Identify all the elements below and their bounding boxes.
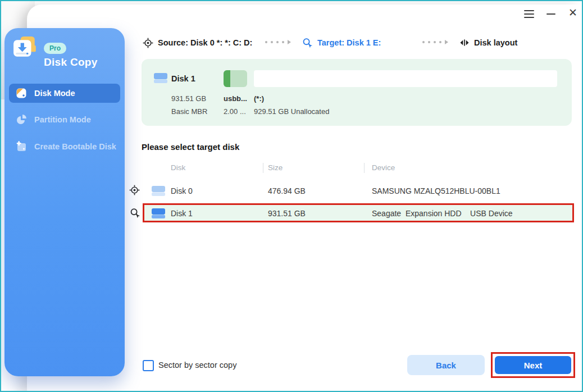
app-title: Disk Copy: [44, 56, 98, 69]
cell-disk-size: 931.51 GB: [268, 209, 306, 218]
column-divider: [364, 163, 365, 173]
partition-size: 929.51 GB Unallocated: [254, 107, 329, 116]
disk-mode-icon: [16, 88, 27, 99]
target-marker-icon: [130, 208, 140, 218]
column-divider: [263, 163, 263, 173]
sector-by-sector-label: Sector by sector copy: [158, 361, 236, 370]
step-source-label: Source: Disk 0 *: *: C: D:: [158, 38, 252, 47]
sidebar-item-partition-mode[interactable]: Partition Mode: [9, 110, 120, 129]
disk-copy-logo-icon: [12, 35, 38, 61]
back-button[interactable]: Back: [407, 355, 485, 375]
app-logo: Pro Disk Copy: [12, 35, 98, 69]
sidebar-item-disk-mode[interactable]: Disk Mode: [9, 84, 120, 103]
target-disk-preview-panel: Disk 1 931.51 GB Basic MBR usbb... 2.00 …: [142, 59, 572, 126]
disk-layout-icon: [459, 38, 470, 48]
cell-disk-name: Disk 0: [171, 186, 193, 195]
disk-icon: [154, 73, 167, 83]
step-source[interactable]: Source: Disk 0 *: *: C: D:: [143, 37, 252, 48]
close-icon[interactable]: ✕: [568, 7, 577, 18]
cell-disk-name: Disk 1: [171, 209, 193, 218]
column-header-size: Size: [268, 163, 283, 172]
cell-disk-device: Seagate Expansion HDD USB Device: [372, 209, 513, 218]
app-window: ✕ Pro Disk Copy Disk Mode: [0, 0, 583, 392]
partition-bar-used: [224, 70, 247, 87]
pro-badge: Pro: [44, 43, 66, 54]
table-row-disk-0[interactable]: [143, 181, 574, 200]
column-header-disk: Disk: [171, 163, 185, 172]
step-target[interactable]: Target: Disk 1 E:: [302, 37, 381, 48]
partition-size: 2.00 ...: [224, 107, 246, 116]
sidebar-item-label: Create Bootable Disk: [34, 142, 116, 151]
panel-disk-type: Basic MBR: [171, 107, 207, 116]
cell-disk-device: SAMSUNG MZALQ512HBLU-00BL1: [372, 186, 500, 195]
hamburger-menu-icon[interactable]: [524, 10, 534, 18]
disk-icon: [152, 208, 165, 218]
sidebar: Pro Disk Copy Disk Mode Partition Mode: [4, 28, 125, 376]
sidebar-item-label: Disk Mode: [34, 89, 75, 98]
sector-by-sector-checkbox[interactable]: [143, 360, 154, 371]
select-target-disk-title: Please select target disk: [142, 142, 239, 152]
source-marker-icon: [129, 185, 140, 195]
step-disk-layout[interactable]: Disk layout: [459, 37, 517, 48]
next-button[interactable]: Next: [495, 356, 571, 374]
partition-bar-unallocated: [254, 70, 557, 87]
panel-disk-name: Disk 1: [171, 74, 195, 83]
sidebar-item-create-bootable-disk[interactable]: Create Bootable Disk: [9, 137, 120, 156]
source-crosshair-icon: [143, 38, 153, 48]
next-button-annotation-box: Next: [491, 352, 575, 378]
disk-icon: [152, 186, 165, 196]
minimize-icon[interactable]: [546, 13, 555, 15]
stepper-dots: [265, 40, 291, 44]
column-header-device: Device: [372, 163, 395, 172]
target-magnifier-icon: [302, 38, 313, 48]
partition-name: usbb...: [224, 94, 247, 103]
panel-disk-size: 931.51 GB: [171, 94, 206, 103]
create-bootable-disk-icon: [16, 141, 27, 152]
stepper-dots: [422, 40, 448, 44]
sidebar-item-label: Partition Mode: [34, 115, 91, 124]
step-target-label: Target: Disk 1 E:: [317, 38, 381, 47]
partition-name: (*:): [254, 94, 264, 103]
partition-mode-icon: [16, 114, 27, 125]
cell-disk-size: 476.94 GB: [268, 186, 306, 195]
step-disk-layout-label: Disk layout: [474, 38, 517, 47]
